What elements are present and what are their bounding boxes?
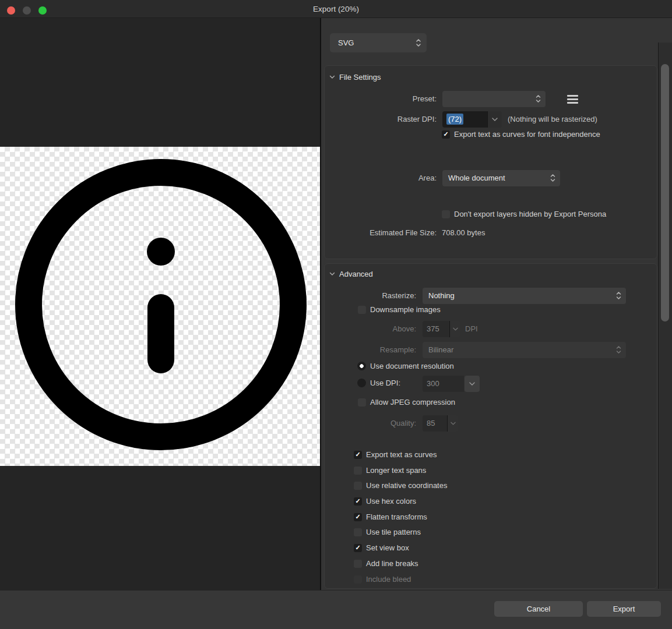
export-button[interactable]: Export bbox=[587, 601, 661, 617]
option-label: Add line breaks bbox=[366, 559, 418, 568]
dialog-footer: Cancel Export bbox=[0, 590, 672, 629]
option-label: Use relative coordinates bbox=[366, 481, 447, 490]
flatten-transforms-checkbox[interactable]: Flatten transforms bbox=[354, 513, 427, 521]
checkbox-icon bbox=[354, 482, 362, 490]
allow-jpeg-label: Allow JPEG compression bbox=[370, 398, 455, 407]
checkbox-icon bbox=[442, 210, 450, 218]
checkbox-icon bbox=[354, 513, 362, 521]
quality-label: Quality: bbox=[325, 419, 416, 427]
allow-jpeg-checkbox[interactable]: Allow JPEG compression bbox=[358, 398, 455, 407]
file-settings-section: File Settings Preset: Raster DPI: (72) (… bbox=[324, 65, 657, 259]
export-dialog: Export (20%) SVG File Sett bbox=[0, 0, 672, 629]
stepper-icon bbox=[550, 174, 555, 182]
raster-dpi-dropdown-button[interactable] bbox=[487, 111, 502, 128]
option-label: Set view box bbox=[366, 543, 409, 552]
stepper-icon bbox=[416, 38, 421, 48]
downsample-checkbox[interactable]: Downsample images bbox=[358, 305, 441, 314]
raster-dpi-input[interactable]: (72) bbox=[442, 111, 487, 128]
rasterize-label: Rasterize: bbox=[325, 291, 416, 300]
use-dpi-dropdown-button[interactable] bbox=[465, 376, 480, 392]
option-label: Export text as curves bbox=[366, 450, 437, 459]
use-tile-patterns-checkbox[interactable]: Use tile patterns bbox=[354, 528, 421, 536]
chevron-down-icon bbox=[329, 272, 335, 276]
dont-export-hidden-label: Don't export layers hidden by Export Per… bbox=[454, 210, 606, 218]
stepper-icon bbox=[616, 291, 621, 300]
use-hex-colors-checkbox[interactable]: Use hex colors bbox=[354, 497, 416, 506]
info-icon-preview bbox=[0, 147, 320, 466]
estimated-size-value: 708.00 bytes bbox=[442, 228, 485, 237]
radio-icon bbox=[357, 362, 366, 370]
export-text-curves-checkbox[interactable]: Export text as curves for font independe… bbox=[442, 130, 600, 139]
checkbox-icon bbox=[354, 497, 362, 506]
advanced-title: Advanced bbox=[339, 270, 373, 278]
preset-menu-icon[interactable] bbox=[567, 95, 578, 104]
advanced-header[interactable]: Advanced bbox=[329, 270, 373, 278]
export-text-curves-label: Export text as curves for font independe… bbox=[454, 130, 600, 139]
export-text-as-curves-checkbox[interactable]: Export text as curves bbox=[354, 450, 437, 459]
above-dpi-dropdown-button[interactable] bbox=[449, 321, 460, 337]
raster-dpi-label: Raster DPI: bbox=[325, 115, 437, 123]
checkbox-icon bbox=[354, 560, 362, 568]
resample-label: Resample: bbox=[325, 345, 416, 354]
quality-dropdown-button[interactable] bbox=[447, 415, 458, 432]
above-dpi-input[interactable]: 375 bbox=[423, 321, 449, 337]
above-dpi-unit: DPI bbox=[465, 321, 478, 337]
use-dpi-value: 300 bbox=[423, 379, 439, 388]
option-label: Use hex colors bbox=[366, 497, 416, 506]
window-title: Export (20%) bbox=[0, 0, 672, 18]
rasterize-dropdown[interactable]: Nothing bbox=[423, 288, 626, 304]
area-label: Area: bbox=[325, 174, 437, 182]
format-value: SVG bbox=[338, 33, 354, 52]
checkbox-icon bbox=[358, 398, 366, 407]
include-bleed-checkbox[interactable]: Include bleed bbox=[354, 575, 411, 584]
use-dpi-radio[interactable]: Use DPI: bbox=[357, 379, 400, 387]
raster-dpi-note: (Nothing will be rasterized) bbox=[508, 111, 597, 128]
advanced-section: Advanced Rasterize: Nothing Downsample i… bbox=[324, 263, 657, 589]
downsample-label: Downsample images bbox=[370, 305, 441, 314]
use-dpi-label: Use DPI: bbox=[370, 379, 400, 387]
preset-label: Preset: bbox=[325, 94, 437, 103]
above-label: Above: bbox=[325, 324, 416, 333]
dont-export-hidden-checkbox[interactable]: Don't export layers hidden by Export Per… bbox=[442, 210, 606, 218]
quality-value: 85 bbox=[423, 419, 435, 427]
resample-value: Bilinear bbox=[428, 342, 453, 358]
file-settings-title: File Settings bbox=[339, 73, 381, 82]
scrollbar-thumb[interactable] bbox=[661, 64, 669, 321]
resample-dropdown[interactable]: Bilinear bbox=[423, 342, 626, 358]
checkbox-icon bbox=[354, 544, 362, 552]
longer-text-spans-checkbox[interactable]: Longer text spans bbox=[354, 466, 426, 475]
checkbox-icon bbox=[354, 467, 362, 475]
export-options-panel: SVG File Settings Preset: bbox=[321, 18, 672, 590]
area-value: Whole document bbox=[448, 170, 505, 186]
use-document-resolution-radio[interactable]: Use document resolution bbox=[357, 362, 454, 370]
use-dpi-input[interactable]: 300 bbox=[423, 376, 464, 392]
export-preview-pane bbox=[0, 18, 320, 590]
option-label: Use tile patterns bbox=[366, 528, 421, 536]
transparency-checkerboard bbox=[0, 147, 320, 466]
format-dropdown[interactable]: SVG bbox=[330, 33, 427, 52]
set-view-box-checkbox[interactable]: Set view box bbox=[354, 543, 409, 552]
checkbox-icon bbox=[442, 130, 450, 139]
radio-icon bbox=[357, 379, 366, 387]
rasterize-value: Nothing bbox=[428, 288, 455, 304]
checkbox-icon bbox=[358, 306, 366, 314]
preset-dropdown[interactable] bbox=[442, 91, 546, 107]
chevron-down-icon bbox=[329, 75, 335, 79]
file-settings-header[interactable]: File Settings bbox=[329, 73, 381, 82]
cancel-button[interactable]: Cancel bbox=[494, 601, 583, 617]
area-dropdown[interactable]: Whole document bbox=[442, 170, 560, 186]
option-label: Longer text spans bbox=[366, 466, 426, 475]
use-document-resolution-label: Use document resolution bbox=[370, 362, 454, 370]
quality-input[interactable]: 85 bbox=[423, 415, 447, 432]
estimated-size-label: Estimated File Size: bbox=[325, 228, 437, 237]
checkbox-icon bbox=[354, 451, 362, 459]
checkbox-icon bbox=[354, 575, 362, 584]
add-line-breaks-checkbox[interactable]: Add line breaks bbox=[354, 559, 418, 568]
raster-dpi-value: (72) bbox=[446, 114, 463, 125]
title-bar: Export (20%) bbox=[0, 0, 672, 18]
option-label: Include bleed bbox=[366, 575, 411, 584]
use-relative-coordinates-checkbox[interactable]: Use relative coordinates bbox=[354, 481, 447, 490]
above-dpi-value: 375 bbox=[423, 324, 439, 333]
stepper-icon bbox=[616, 345, 621, 354]
stepper-icon bbox=[536, 94, 541, 103]
